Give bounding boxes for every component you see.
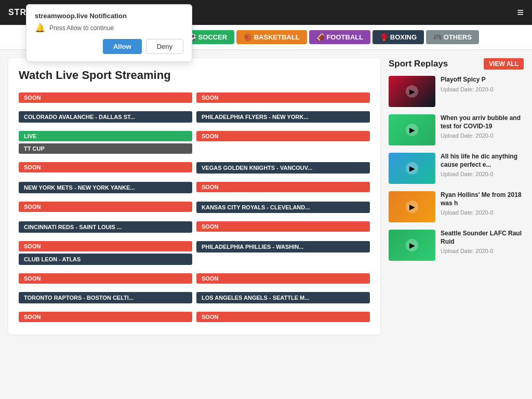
game-name[interactable]: TORONTO RAPTORS - BOSTON CELTI...: [19, 292, 192, 303]
game-item: CINCINNATI REDS - SAINT LOUIS ...: [19, 219, 192, 235]
game-name[interactable]: CLUB LEON - ATLAS: [19, 254, 192, 265]
replay-title: Seattle Sounder LAFC Raul Ruid: [441, 230, 524, 246]
replays-header: Sport Replays VIEW ALL: [389, 58, 524, 70]
tab-others[interactable]: 🎮 OTHERS: [426, 30, 479, 44]
replay-date: Upload Date: 2020-0: [441, 209, 524, 216]
play-icon: ▶: [406, 162, 418, 175]
game-name[interactable]: LOS ANGELES ANGELS - SEATTLE M...: [196, 292, 370, 303]
game-item: NEW YORK METS - NEW YORK YANKE...: [19, 180, 192, 195]
replay-info: All his life he dic anything cause perfe…: [441, 153, 524, 184]
game-item: SOON: [19, 271, 192, 286]
badge-soon[interactable]: SOON: [19, 312, 192, 322]
game-name[interactable]: VEGAS GOLDEN KNIGHTS - VANCOUV...: [196, 162, 370, 174]
thumb-tennis: ▶: [389, 114, 435, 145]
replay-thumbnail: ▶: [389, 230, 435, 261]
replay-date: Upload Date: 2020-0: [441, 171, 524, 177]
game-name-cincinnati[interactable]: CINCINNATI REDS - SAINT LOUIS ...: [19, 221, 192, 233]
game-name[interactable]: PHILADELPHIA PHILLIES - WASHIN...: [196, 241, 370, 252]
page-title: Watch Live Sport Streaming: [19, 69, 370, 82]
right-panel: Sport Replays VIEW ALL ▶ Playoff Spicy P…: [389, 58, 524, 335]
thumb-raptors: ▶: [389, 76, 435, 107]
replay-thumbnail: ▶: [389, 114, 435, 145]
badge-soon[interactable]: SOON: [196, 92, 370, 103]
bell-icon: 🔔: [35, 23, 45, 33]
badge-soon[interactable]: SOON: [19, 241, 192, 251]
game-item: SOON: [19, 310, 192, 324]
thumb-soccer: ▶: [389, 230, 435, 261]
notification-popup: streamwoop.live Notification 🔔 Press All…: [26, 4, 192, 62]
replay-item[interactable]: ▶ Ryan Hollins' Me from 2018 was h Uploa…: [389, 191, 524, 222]
deny-button[interactable]: Deny: [146, 39, 183, 54]
game-item: TORONTO RAPTORS - BOSTON CELTI...: [19, 290, 192, 305]
left-panel: Watch Live Sport Streaming SOON SOON COL…: [8, 58, 380, 335]
badge-soon[interactable]: SOON: [19, 202, 192, 212]
notification-message: Press Allow to continue: [49, 24, 114, 32]
badge-soon[interactable]: SOON: [196, 182, 370, 192]
replay-info: Seattle Sounder LAFC Raul Ruid Upload Da…: [441, 230, 524, 261]
badge-live[interactable]: LIVE: [19, 131, 192, 141]
game-item: VEGAS GOLDEN KNIGHTS - VANCOUV...: [196, 160, 370, 176]
play-icon: ▶: [406, 124, 418, 136]
tab-boxing[interactable]: 🥊 BOXING: [373, 30, 424, 44]
game-name[interactable]: NEW YORK METS - NEW YORK YANKE...: [19, 182, 192, 193]
notification-body: 🔔 Press Allow to continue: [35, 23, 183, 33]
replay-title: All his life he dic anything cause perfe…: [441, 153, 524, 169]
replay-item[interactable]: ▶ Playoff Spicy P Upload Date: 2020-0: [389, 76, 524, 107]
game-item: SOON: [196, 219, 370, 235]
replay-info: Ryan Hollins' Me from 2018 was h Upload …: [441, 191, 524, 222]
replay-info: Playoff Spicy P Upload Date: 2020-0: [441, 76, 524, 107]
hamburger-menu[interactable]: ≡: [517, 6, 524, 19]
game-item: SOON: [19, 200, 192, 215]
game-grid: SOON SOON COLORADO AVALANCHE - DALLAS ST…: [19, 90, 370, 324]
badge-tt-cup[interactable]: TT CUP: [19, 143, 192, 154]
replay-title: Ryan Hollins' Me from 2018 was h: [441, 191, 524, 207]
replay-item[interactable]: ▶ When you arriv bubble and test for COV…: [389, 114, 524, 145]
replay-date: Upload Date: 2020-0: [441, 248, 524, 254]
badge-soon[interactable]: SOON: [196, 221, 370, 232]
badge-soon[interactable]: SOON: [196, 131, 370, 141]
badge-soon[interactable]: SOON: [196, 312, 370, 322]
main-layout: Watch Live Sport Streaming SOON SOON COL…: [0, 50, 532, 343]
game-item: COLORADO AVALANCHE - DALLAS ST...: [19, 109, 192, 125]
game-item: SOON: [19, 160, 192, 176]
badge-soon[interactable]: SOON: [19, 162, 192, 172]
game-item: SOON: [196, 180, 370, 195]
game-item: SOON: [196, 90, 370, 105]
replay-thumbnail: ▶: [389, 76, 435, 107]
badge-soon[interactable]: SOON: [19, 273, 192, 284]
thumb-basketball: ▶: [389, 191, 435, 222]
game-name[interactable]: COLORADO AVALANCHE - DALLAS ST...: [19, 111, 192, 123]
replay-thumbnail: ▶: [389, 191, 435, 222]
game-item: PHILADELPHIA FLYERS - NEW YORK...: [196, 109, 370, 125]
replay-item[interactable]: ▶ Seattle Sounder LAFC Raul Ruid Upload …: [389, 230, 524, 261]
replay-date: Upload Date: 2020-0: [441, 86, 524, 92]
game-name[interactable]: PHILADELPHIA FLYERS - NEW YORK...: [196, 111, 370, 123]
replay-info: When you arriv bubble and test for COVID…: [441, 114, 524, 145]
badge-soon[interactable]: SOON: [19, 92, 192, 103]
badge-soon[interactable]: SOON: [196, 273, 370, 284]
play-icon: ▶: [406, 239, 418, 251]
tab-football[interactable]: 🏈 FOOTBALL: [309, 30, 370, 44]
notification-actions: Allow Deny: [35, 39, 183, 54]
play-icon: ▶: [406, 201, 418, 213]
game-item: SOON CLUB LEON - ATLAS: [19, 239, 192, 267]
game-item: SOON: [196, 310, 370, 324]
thumb-baseball: ▶: [389, 153, 435, 184]
replay-list: ▶ Playoff Spicy P Upload Date: 2020-0 ▶ …: [389, 76, 524, 261]
replay-title: When you arriv bubble and test for COVID…: [441, 114, 524, 130]
game-item: KANSAS CITY ROYALS - CLEVELAND...: [196, 200, 370, 215]
game-item: LIVE TT CUP: [19, 129, 192, 156]
replay-date: Upload Date: 2020-0: [441, 132, 524, 139]
game-item: SOON: [19, 90, 192, 105]
view-all-button[interactable]: VIEW ALL: [484, 58, 524, 70]
replay-title: Playoff Spicy P: [441, 76, 524, 84]
game-name[interactable]: KANSAS CITY ROYALS - CLEVELAND...: [196, 202, 370, 213]
game-item: SOON: [196, 129, 370, 156]
tab-basketball[interactable]: 🏀 BASKETBALL: [236, 30, 307, 44]
replay-item[interactable]: ▶ All his life he dic anything cause per…: [389, 153, 524, 184]
game-item: SOON: [196, 271, 370, 286]
replays-title: Sport Replays: [389, 59, 448, 69]
replay-thumbnail: ▶: [389, 153, 435, 184]
play-icon: ▶: [406, 85, 418, 98]
allow-button[interactable]: Allow: [103, 39, 142, 54]
